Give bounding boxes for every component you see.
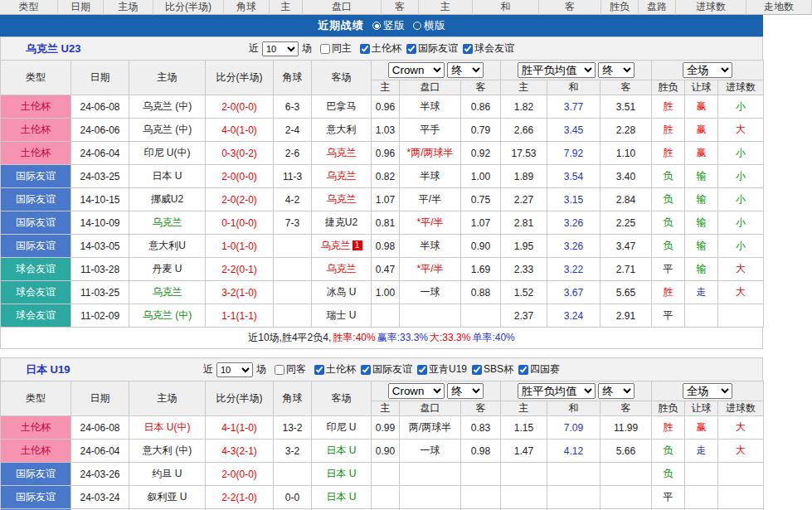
cell-league-type: 土伦杯: [1, 416, 71, 440]
match-row: 国际友谊14-10-09乌克兰0-1(0-0)7-3捷克U20.81*平/半1.…: [1, 211, 764, 235]
cell-handicap: *两/两球半: [400, 142, 461, 165]
cell-league-type: 国际友谊: [1, 486, 71, 509]
cell-asia-home-water: 1.00: [372, 281, 400, 304]
league-checkbox[interactable]: [361, 365, 371, 375]
cell-euro-draw-odds: 3.77: [547, 95, 600, 119]
league-filter[interactable]: SBS杯: [472, 362, 513, 376]
scope-select[interactable]: 全场: [683, 62, 732, 78]
banner-title: 近期战绩: [318, 18, 364, 33]
cell-euro-draw-odds: [547, 463, 600, 486]
league-checkbox[interactable]: [472, 365, 482, 375]
sub-header-asia-home: 主: [372, 80, 400, 95]
cell-euro-draw-odds: 3.45: [547, 119, 600, 142]
recent-count-select[interactable]: 10: [262, 41, 299, 56]
europe-time-select[interactable]: 终: [598, 383, 635, 399]
cell-handicap-result: 输: [685, 258, 718, 281]
same-venue-filter[interactable]: 同客: [275, 362, 306, 376]
col-header-home: 主场: [129, 61, 206, 95]
match-row: 球会友谊11-03-28丹麦 U2-2(0-1)乌克兰0.47*平/半1.692…: [1, 258, 764, 281]
league-checkbox[interactable]: [360, 44, 370, 54]
cell-result: 胜: [652, 416, 685, 440]
cell-corner: 2-6: [274, 142, 312, 165]
cell-euro-away-odds: 5.65: [600, 281, 652, 304]
cell-euro-away-odds: 3.47: [600, 235, 652, 258]
cell-result: 胜: [652, 95, 685, 119]
europe-time-select[interactable]: 终: [598, 62, 635, 78]
cell-asia-away-water: 0.79: [461, 119, 501, 142]
cell-euro-home-odds: [501, 463, 547, 486]
match-row: 国际友谊24-03-26约旦 U2-0(0-0)日本 U负: [1, 463, 764, 486]
top-partial-header: 类型日期主场比分(半场)角球主盘口客主和客胜负盘路进球数走地数: [0, 0, 812, 15]
cell-asia-away-water: [461, 486, 501, 509]
recent-label: 近: [249, 41, 259, 56]
section-filters: 近 10 场 同主 土伦杯国际友谊球会友谊: [249, 41, 514, 56]
same-venue-checkbox[interactable]: [320, 44, 330, 54]
cell-league-type: 球会友谊: [1, 281, 71, 304]
same-venue-label: 同主: [332, 41, 352, 56]
league-filter[interactable]: 亚青U19: [417, 362, 467, 376]
league-filter[interactable]: 国际友谊: [406, 41, 458, 56]
top-header-col: 盘口: [303, 0, 382, 15]
cell-handicap: 平/半: [400, 188, 461, 211]
cell-handicap: 半球: [400, 95, 461, 119]
europe-avg-select[interactable]: 胜平负均值: [518, 383, 596, 399]
cell-asia-home-water: 1.07: [372, 188, 400, 211]
sub-header-handicap-result: 让球: [685, 80, 718, 95]
cell-handicap-result: 赢: [685, 119, 718, 142]
asia-time-select[interactable]: 终: [447, 62, 484, 78]
cell-result: 平: [652, 258, 685, 281]
match-row: 土伦杯24-06-06乌克兰 (中)4-0(1-0)2-4意大利1.03平手0.…: [1, 119, 764, 142]
league-filter[interactable]: 土伦杯: [360, 41, 401, 56]
cell-result: 胜: [652, 281, 685, 304]
col-header-away: 客场: [312, 61, 372, 95]
league-checkbox[interactable]: [406, 44, 416, 54]
cell-score: 2-2(0-1): [206, 258, 274, 281]
scope-select[interactable]: 全场: [683, 383, 732, 399]
top-header-col: 进球数: [676, 0, 746, 15]
league-checkbox[interactable]: [314, 365, 324, 375]
cell-handicap-result: 走: [685, 440, 718, 463]
cell-euro-away-odds: [600, 486, 652, 509]
same-venue-filter[interactable]: 同主: [320, 41, 352, 56]
cell-score: 2-2(1-0): [206, 486, 274, 509]
layout-vertical-label: 竖版: [383, 18, 405, 33]
cell-away-team: 乌克兰: [312, 188, 372, 211]
europe-avg-select[interactable]: 胜平负均值: [518, 62, 596, 78]
cell-result: 平: [652, 304, 685, 328]
cell-euro-draw-odds: 3.24: [547, 304, 600, 328]
bookmaker-select[interactable]: Crown: [388, 62, 445, 78]
cell-date: 14-10-09: [71, 211, 129, 235]
top-header-col: 客: [539, 0, 601, 15]
league-filter[interactable]: 四国赛: [518, 362, 560, 376]
cell-date: 24-06-08: [71, 95, 129, 119]
league-checkbox[interactable]: [518, 365, 528, 375]
league-checkbox[interactable]: [463, 44, 473, 54]
same-venue-checkbox[interactable]: [275, 365, 284, 375]
league-filter-group: 土伦杯国际友谊亚青U19SBS杯四国赛: [309, 362, 560, 376]
cell-score: 2-0(0-0): [206, 165, 274, 188]
league-filter[interactable]: 球会友谊: [463, 41, 514, 56]
recent-count-select[interactable]: 10: [216, 362, 253, 377]
bookmaker-select[interactable]: Crown: [388, 383, 445, 399]
layout-horizontal-radio[interactable]: 横版: [413, 18, 445, 33]
cell-score: 2-0(2-0): [206, 188, 274, 211]
league-filter[interactable]: 国际友谊: [361, 362, 412, 376]
cell-asia-home-water: 0.99: [372, 416, 400, 440]
league-filter[interactable]: 土伦杯: [314, 362, 356, 376]
col-header-score: 比分(半场): [206, 381, 274, 416]
cell-corner: [274, 304, 312, 328]
games-label: 场: [302, 41, 312, 56]
cell-away-team: 巴拿马: [312, 95, 372, 119]
cell-euro-draw-odds: 7.09: [547, 416, 600, 440]
match-row: 国际友谊14-10-15挪威U22-0(2-0)4-2乌克兰1.07平/半0.7…: [1, 188, 764, 211]
asia-time-select[interactable]: 终: [447, 383, 484, 399]
cell-home-team: 乌克兰 (中): [129, 119, 206, 142]
cell-result: 胜: [652, 142, 685, 165]
match-row: 球会友谊11-02-09乌克兰 (中)1-1(1-1)瑞士 U2.373.242…: [1, 304, 764, 328]
cell-away-team: 乌克兰: [312, 142, 372, 165]
sub-header-euro-home: 主: [501, 401, 547, 416]
league-checkbox[interactable]: [417, 365, 427, 375]
layout-vertical-radio[interactable]: 竖版: [372, 18, 405, 33]
sub-header-handicap: 盘口: [400, 401, 461, 416]
sub-header-asia-home: 主: [372, 401, 400, 416]
